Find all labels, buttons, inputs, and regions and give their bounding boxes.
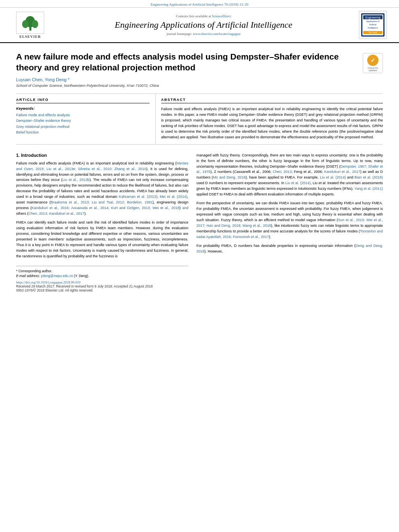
contents-available-text: Contents lists available at ScienceDirec… (56, 14, 351, 18)
author-names[interactable]: Luyuan Chen, Yong Deng * (16, 77, 70, 82)
sciencedirect-link[interactable]: ScienceDirect (212, 14, 231, 18)
footnote-corresponding: * Corresponding author. (16, 269, 188, 274)
ref-mo-deng[interactable]: Mo and Deng, 2018 (213, 175, 245, 179)
ref-kandukuri2017[interactable]: Kandukuri et al., 2017 (324, 170, 360, 174)
ref-liu2013b[interactable]: Liu et al., 2013b (62, 178, 89, 182)
journal-homepage: journal homepage: www.elsevier.com/locat… (56, 32, 351, 36)
body-para1: Failure mode and effects analysis (FMEA)… (16, 161, 188, 217)
doi-line: https://doi.org/10.1016/j.engappai.2018.… (16, 280, 188, 284)
keywords-label: Keywords: (16, 107, 150, 111)
page: Engineering Applications of Artificial I… (0, 0, 399, 532)
ref-deng-deng[interactable]: Deng and Deng, 2018 (196, 244, 383, 253)
section1-heading: 1. Introduction (16, 153, 188, 158)
check-updates-badge: ✓ Check for updates (363, 53, 383, 73)
elsevier-brand-name: ELSEVIER (19, 35, 41, 39)
ref-tooranloo[interactable]: Tooranloo and sadat Ayatollah, 2016; For… (196, 229, 383, 239)
body-col-left: 1. Introduction Failure mode and effects… (16, 153, 188, 292)
footnote-email: E-mail address: ydeng@nwpu.edu.cn (Y. De… (16, 273, 188, 279)
ref-and: and (182, 206, 188, 210)
body-para2: FMEA can identify each failure mode and … (16, 220, 188, 259)
footnote-section: * Corresponding author. E-mail address: … (16, 266, 188, 293)
affiliation: School of Computer Science, Northwestern… (16, 84, 383, 88)
svg-text:Artificial: Artificial (369, 23, 376, 26)
svg-text:TOC RAG: TOC RAG (368, 31, 378, 34)
keyword-3: Grey relational projection method (16, 124, 150, 129)
authors-line: Luyuan Chen, Yong Deng * (16, 77, 383, 82)
article-title-section: A new failure mode and effects analysis … (16, 51, 383, 73)
ref-mei[interactable]: Mei et al. (2014) (160, 195, 187, 199)
svg-text:Intelligence: Intelligence (368, 27, 378, 29)
copyright-line: 0952-1976/© 2018 Elsevier Ltd. All right… (16, 288, 188, 292)
ref-kahraman[interactable]: Kahraman et al. (2013) (119, 195, 157, 199)
article-body: A new failure mode and effects analysis … (0, 43, 399, 300)
received-line: Received 29 March 2017; Received in revi… (16, 284, 188, 288)
article-title: A new failure mode and effects analysis … (16, 51, 363, 73)
svg-point-2 (22, 20, 29, 28)
ref-yang2011[interactable]: Yang et al. (2011) (354, 187, 383, 191)
journal-banner: ELSEVIER Contents lists available at Sci… (0, 8, 399, 43)
elsevier-logo: ELSEVIER (12, 12, 48, 39)
body-col2-para1: managed with fuzzy theory. Corresponding… (196, 153, 383, 198)
journal-title: Engineering Applications of Artificial I… (56, 20, 351, 30)
doi-link[interactable]: https://doi.org/10.1016/j.engappai.2018.… (16, 280, 80, 284)
ref-liu2014b[interactable]: Liu et al. (2014) (285, 181, 311, 185)
abstract-heading: Abstract (161, 98, 383, 103)
abstract-panel: Abstract Failure mode and effects analys… (156, 94, 383, 144)
keyword-1: Failure mode and effects analysis (16, 112, 150, 118)
article-info-panel: Article Info Keywords: Failure mode and … (16, 94, 156, 144)
footnote-email-link[interactable]: ydeng@nwpu.edu.cn (41, 274, 73, 278)
body-two-col: 1. Introduction Failure mode and effects… (16, 153, 383, 292)
svg-point-3 (32, 20, 38, 28)
ref-liu2014[interactable]: Liu et al. (2014) (320, 175, 346, 179)
body-col2-para3: For probability FMEA, D numbers has desi… (196, 243, 383, 255)
keyword-4: Belief function (16, 129, 150, 135)
body-col2-para2: From the perspective of uncertainty, we … (196, 201, 383, 240)
ref-sun2015[interactable]: Sun et al., 2015; Wei et al., 2017; Han … (196, 218, 383, 228)
journal-homepage-link[interactable]: www.elsevier.com/locate/engappai (193, 32, 241, 36)
ref-mentes[interactable]: Mentes and Ozen, 2015; Liu et al., 2013e… (16, 161, 188, 171)
journal-logo-box: Engineering Applications of Artificial I… (359, 11, 387, 39)
keyword-2: Dempster–Shafer evidence theory (16, 118, 150, 123)
svg-text:Applications of: Applications of (366, 20, 380, 23)
ref-braaksma[interactable]: Braaksma et al., 2013; Liu and Tsai, 201… (51, 200, 152, 204)
ref-chen2013b[interactable]: Chen, 2013 (273, 170, 292, 174)
ref-bian2018[interactable]: Bian et al. (2018) (354, 175, 383, 179)
check-circle-icon: ✓ (367, 55, 378, 66)
abstract-text: Failure mode and effects analysis (FMEA)… (161, 107, 383, 140)
elsevier-logo-image (16, 12, 44, 34)
body-col-right: managed with fuzzy theory. Corresponding… (196, 153, 383, 292)
article-info-heading: Article Info (16, 98, 150, 103)
info-abstract-row: Article Info Keywords: Failure mode and … (16, 93, 383, 145)
journal-citation: Engineering Applications of Artificial I… (150, 2, 248, 6)
ref-kandukuri[interactable]: Kandukuri et al., 2016; Aouaouda et al.,… (32, 206, 180, 210)
svg-text:Engineering: Engineering (365, 16, 380, 19)
ref-chen2013[interactable]: Chen, 2013; Kandukuri et al., 2017 (29, 212, 84, 216)
journal-center-info: Contents lists available at ScienceDirec… (48, 14, 359, 36)
journal-header-bar: Engineering Applications of Artificial I… (0, 0, 399, 8)
